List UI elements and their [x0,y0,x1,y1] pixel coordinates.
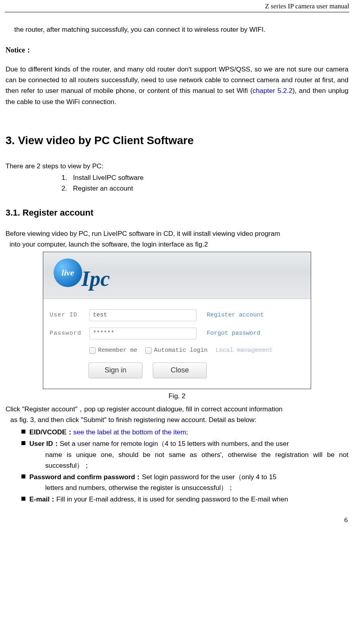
password-label: Password [50,329,89,338]
figure-2-wrap: live Ipc User ID Register account Passwo… [6,252,348,389]
userid-text-b: name is unique one, should be not same a… [29,449,348,471]
sign-in-button[interactable]: Sign in [88,362,142,378]
auto-login-checkbox[interactable] [145,347,152,354]
email-text: Fill in your E-mail address, it is used … [56,496,288,503]
remember-checkbox[interactable] [89,347,96,354]
bullet-email: E-mail：Fill in your E-mail address, it i… [21,494,348,505]
detail-list: EID/VCODE：see the label at the bottom of… [6,427,348,505]
pwd-text-b: letters and numbers, otherwise the regis… [29,482,348,493]
step-1: Install LiveIPC software [69,172,348,183]
steps-intro: There are 2 steps to view by PC: [6,161,348,172]
logo-badge-icon: live [54,258,82,287]
remember-label: Remember me [98,346,137,355]
notice-label: Notice： [6,44,348,56]
bullet-userid: User ID：Set a user name for remote login… [21,438,348,471]
register-account-link[interactable]: Register account [207,310,264,320]
after-a: Click "Register account"，pop up register… [6,405,283,413]
before-b: into your computer, launch the software,… [6,239,348,250]
eid-link[interactable]: see the label at the bottom of the item [73,428,186,436]
userid-label: User ID： [29,440,60,447]
eid-post: ; [186,428,188,436]
intro-paragraph: the router, after matching successfully,… [6,24,348,35]
step-2: Register an account [69,183,348,194]
user-id-label: User ID [50,310,89,320]
user-row: User ID Register account [50,309,304,321]
options-row: Remember me Automatic login Local manage… [50,346,304,355]
notice-body: Due to different kinds of the router, an… [6,64,348,107]
password-input[interactable] [89,328,196,339]
local-management-link[interactable]: Local management [215,346,273,355]
auto-login-label: Automatic login [154,346,208,355]
close-button[interactable]: Close [153,362,207,378]
before-figure-paragraph: Before viewing video by PC, run LiveIPC … [6,228,348,250]
logo-ipc-text: Ipc [81,262,110,296]
section-3-heading: 3. View video by PC Client Software [6,132,348,150]
pwd-text-a: Set login password for the user（only 4 t… [142,473,276,481]
userid-text-a: Set a user name for remote login（4 to 15… [60,440,289,447]
pwd-label: Password and confirm password： [29,473,142,481]
steps-list: Install LiveIPC software Register an acc… [6,172,348,194]
after-b: as fig. 3, and then click "Submit" to fi… [6,415,348,425]
eid-label: EID/VCODE： [29,428,73,436]
header-title: Z series IP camera user manual [265,2,349,10]
section-3-title: View video by PC Client Software [18,134,194,147]
password-row: Password Forgot password [50,328,304,339]
logo-live-text: live [62,266,74,280]
login-dialog-header: live Ipc [43,252,311,299]
page-header: Z series IP camera user manual [5,0,349,12]
page-content: the router, after matching successfully,… [5,24,349,525]
liveipc-logo: live Ipc [50,256,126,288]
button-row: Sign in Close [50,362,304,378]
forgot-password-link[interactable]: Forgot password [207,329,260,338]
after-figure-paragraph: Click "Register account"，pop up register… [6,404,348,425]
section-3-num: 3. [6,134,15,147]
section-3-1-title: Register account [23,208,94,218]
figure-2-caption: Fig. 2 [6,391,348,401]
login-dialog: live Ipc User ID Register account Passwo… [43,252,311,389]
user-id-input[interactable] [89,309,196,321]
chapter-link[interactable]: chapter 5.2.2 [252,87,292,94]
before-a: Before viewing video by PC, run LiveIPC … [6,230,280,237]
bullet-eid: EID/VCODE：see the label at the bottom of… [21,427,348,438]
login-form: User ID Register account Password Forgot… [43,299,311,389]
page-number: 6 [6,515,348,525]
bullet-password: Password and confirm password：Set login … [21,472,348,493]
section-3-1-num: 3.1. [6,208,20,218]
section-3-1-heading: 3.1. Register account [6,206,348,220]
email-label: E-mail： [29,496,56,503]
